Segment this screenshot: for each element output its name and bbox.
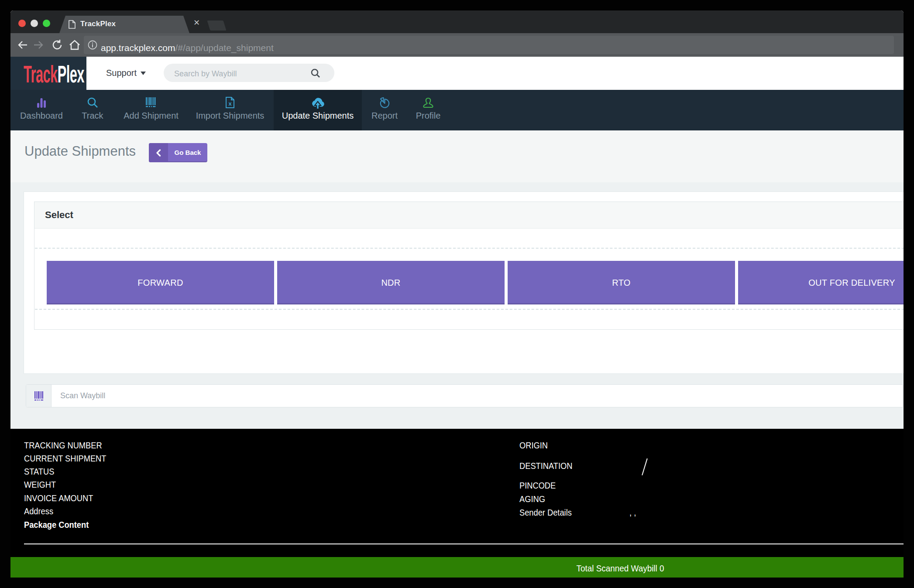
svg-text:x: x	[228, 100, 232, 107]
